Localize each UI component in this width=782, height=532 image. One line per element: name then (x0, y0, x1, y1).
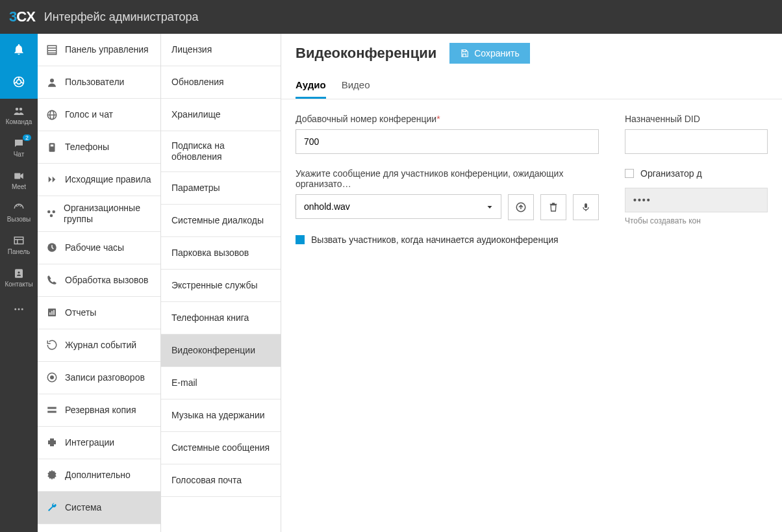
required-marker: * (436, 114, 440, 124)
svg-point-1 (17, 80, 21, 84)
rec-icon (45, 371, 58, 384)
upload-button[interactable] (508, 194, 534, 220)
nav2-phonebook[interactable]: Телефонная книга (161, 302, 281, 335)
nav1-dashboard[interactable]: Панель управления (38, 34, 160, 66)
rail-item-team[interactable]: Команда (0, 99, 38, 131)
app-title: Интерфейс администратора (44, 10, 199, 24)
rail-item-calls[interactable]: Вызовы (0, 196, 38, 229)
ext-label: Добавочный номер конференции* (296, 114, 599, 124)
contacts-icon (13, 268, 25, 279)
svg-point-17 (50, 79, 54, 82)
globe-icon (45, 108, 58, 121)
nav2-subscription[interactable]: Подписка на обновления (161, 131, 281, 172)
chat-badge: 2 (23, 134, 31, 141)
microphone-icon (581, 202, 591, 212)
checkbox-checked-icon (296, 235, 305, 244)
nav1-system[interactable]: Система (38, 492, 160, 524)
nav2-system-messages[interactable]: Системные сообщения (161, 432, 281, 464)
organizer-label: Организатор д (640, 168, 702, 179)
nav-primary: Панель управления Пользователи Голос и ч… (38, 34, 161, 532)
svg-rect-33 (47, 407, 57, 409)
save-icon (460, 49, 469, 58)
meet-icon (13, 170, 25, 182)
organizer-checkbox-row[interactable]: Организатор д (625, 168, 768, 179)
hold-message-select[interactable] (296, 194, 501, 219)
dots-icon (13, 303, 25, 315)
rail-item-browser[interactable] (0, 66, 38, 99)
nav1-reports[interactable]: Отчеты (38, 297, 160, 329)
rail-label-team: Команда (6, 118, 32, 125)
nav1-event-log[interactable]: Журнал событий (38, 329, 160, 362)
team-icon (13, 105, 25, 117)
chrome-icon (12, 75, 25, 88)
nav1-advanced[interactable]: Дополнительно (38, 459, 160, 492)
nav1-groups[interactable]: Организационные группы (38, 196, 160, 232)
record-button[interactable] (573, 194, 599, 220)
brand-3: 3 (9, 8, 16, 25)
did-label: Назначенный DID (625, 114, 768, 124)
svg-rect-29 (51, 311, 53, 315)
nav2-dialcodes[interactable]: Системные диалкоды (161, 205, 281, 237)
save-button[interactable]: Сохранить (449, 43, 530, 64)
nav2-call-parking[interactable]: Парковка вызовов (161, 237, 281, 270)
dashboard-icon (45, 44, 58, 57)
rail-item-meet[interactable]: Meet (0, 164, 38, 196)
svg-rect-34 (47, 411, 57, 413)
nav1-recordings[interactable]: Записи разговоров (38, 362, 160, 394)
rail-item-panel[interactable]: Панель (0, 229, 38, 261)
svg-rect-4 (14, 173, 20, 179)
nav2-voicemail[interactable]: Голосовая почта (161, 464, 281, 497)
msg-label: Укажите сообщение для участников конфере… (296, 168, 599, 189)
wrench-icon (45, 501, 58, 514)
nav2-music-on-hold[interactable]: Музыка на удержании (161, 399, 281, 432)
nav2-video-conf[interactable]: Видеоконференции (161, 335, 281, 367)
svg-rect-37 (585, 203, 587, 208)
content: Видеоконференции Сохранить Аудио Видео Д… (281, 34, 782, 532)
nav1-users[interactable]: Пользователи (38, 66, 160, 99)
nav1-integrations[interactable]: Интеграции (38, 427, 160, 459)
callout-label: Вызвать участников, когда начинается ауд… (311, 234, 559, 245)
nav2-parameters[interactable]: Параметры (161, 172, 281, 205)
handset-icon (45, 273, 58, 286)
delete-button[interactable] (540, 194, 566, 220)
nav1-call-handling[interactable]: Обработка вызовов (38, 264, 160, 297)
phones-icon (45, 141, 58, 154)
nav1-office-hours[interactable]: Рабочие часы (38, 232, 160, 264)
nav2-license[interactable]: Лицензия (161, 34, 281, 66)
checkbox-empty-icon (625, 169, 634, 178)
svg-rect-30 (53, 310, 55, 315)
rail-item-more[interactable] (0, 294, 38, 326)
svg-point-11 (18, 309, 20, 310)
callout-checkbox-row[interactable]: Вызвать участников, когда начинается ауд… (296, 234, 599, 245)
svg-rect-22 (51, 144, 54, 146)
conference-extension-input[interactable] (296, 129, 599, 154)
gear-icon (45, 468, 58, 481)
nav2-storage[interactable]: Хранилище (161, 99, 281, 131)
rail-item-contacts[interactable]: Контакты (0, 261, 38, 294)
svg-point-10 (14, 309, 16, 310)
topbar: 3CX Интерфейс администратора (0, 0, 782, 34)
svg-point-3 (19, 107, 23, 110)
tab-audio[interactable]: Аудио (296, 74, 326, 99)
nav1-phones[interactable]: Телефоны (38, 131, 160, 164)
nav1-outbound-rules[interactable]: Исходящие правила (38, 164, 160, 196)
rail-label-meet: Meet (12, 183, 26, 190)
nav2-email[interactable]: E-mail (161, 367, 281, 399)
svg-point-32 (51, 376, 54, 379)
nav1-backup[interactable]: Резервная копия (38, 394, 160, 427)
svg-rect-21 (49, 143, 55, 152)
nav2-emergency[interactable]: Экстренные службы (161, 270, 281, 302)
nav2-updates[interactable]: Обновления (161, 66, 281, 99)
did-input[interactable] (625, 129, 768, 154)
rail-label-panel: Панель (8, 248, 31, 255)
brand-logo: 3CX (9, 8, 35, 25)
page-title: Видеоконференции (296, 45, 436, 62)
tab-video[interactable]: Видео (342, 74, 370, 99)
rail-item-notifications[interactable] (0, 34, 38, 66)
brand-cx: CX (16, 8, 35, 25)
pin-display: •••• (625, 188, 768, 212)
trash-icon (548, 202, 559, 212)
nav1-voice-chat[interactable]: Голос и чат (38, 99, 160, 131)
panel-icon (13, 235, 25, 247)
rail-item-chat[interactable]: 2 Чат (0, 131, 38, 164)
